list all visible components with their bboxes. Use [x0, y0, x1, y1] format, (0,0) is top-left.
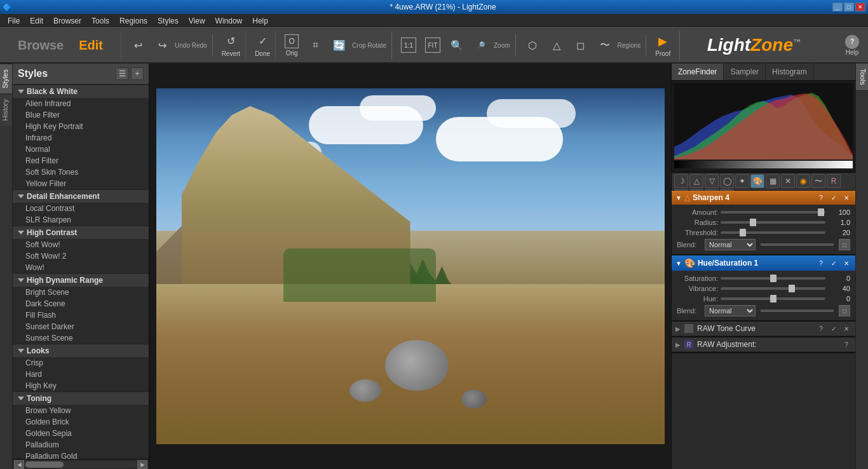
hue-sat-header[interactable]: ▼ 🎨 Hue/Saturation 1 ? ✓ ✕	[672, 255, 855, 271]
tool-curve[interactable]: 〜	[811, 174, 825, 188]
hue-thumb[interactable]	[770, 295, 776, 302]
raw-tone-curve-header[interactable]: ▶ RAW Tone Curve ? ✓ ✕	[672, 322, 855, 336]
scroll-right-button[interactable]: ▶	[137, 460, 147, 469]
sharpen-close-button[interactable]: ✕	[841, 193, 851, 202]
raw-tone-close-button[interactable]: ✕	[841, 324, 851, 333]
sidebar-tab-history[interactable]: History	[0, 93, 12, 126]
region-tool1[interactable]: ⬡	[521, 35, 544, 55]
region-tool3[interactable]: ◻	[569, 35, 592, 55]
category-detail-enhancement[interactable]: Detail Enhancement	[13, 189, 149, 203]
right-side-tab-tools[interactable]: Tools	[856, 64, 868, 91]
style-normal[interactable]: Normal	[13, 144, 149, 155]
sharpen-blend-track[interactable]	[761, 243, 834, 246]
style-high-key-portrait[interactable]: High Key Portrait	[13, 121, 149, 132]
tool-grid[interactable]: ▦	[766, 174, 780, 188]
close-button[interactable]: ✕	[855, 3, 865, 11]
tool-raw[interactable]: R	[827, 174, 841, 188]
hue-sat-blend-select[interactable]: Normal	[705, 305, 756, 316]
sharpen-help-button[interactable]: ?	[816, 193, 826, 202]
tool-star[interactable]: ✦	[735, 174, 749, 188]
style-hard[interactable]: Hard	[13, 369, 149, 380]
sharpen-threshold-slider[interactable]	[721, 231, 825, 234]
style-wow[interactable]: Wow!	[13, 262, 149, 273]
zoom-out-button[interactable]: 🔎	[470, 35, 492, 55]
maximize-button[interactable]: □	[844, 3, 854, 11]
menu-regions[interactable]: Regions	[114, 15, 153, 27]
tab-sampler[interactable]: Sampler	[724, 64, 766, 80]
category-high-contrast[interactable]: High Contrast	[13, 226, 149, 239]
styles-add-button[interactable]: +	[131, 67, 144, 80]
style-blue-filter[interactable]: Blue Filter	[13, 109, 149, 121]
tool-cross[interactable]: ✕	[781, 174, 795, 188]
vibrance-thumb[interactable]	[789, 285, 795, 292]
style-sunset-scene[interactable]: Sunset Scene	[13, 332, 149, 344]
scroll-thumb[interactable]	[25, 461, 64, 468]
orig-button[interactable]: O Orig	[281, 32, 302, 59]
style-crisp[interactable]: Crisp	[13, 357, 149, 369]
menu-edit[interactable]: Edit	[25, 15, 48, 27]
hue-sat-blend-track[interactable]	[761, 309, 834, 312]
raw-adjustment-header[interactable]: ▶ R RAW Adjustment: ?	[672, 337, 855, 352]
style-dark-scene[interactable]: Dark Scene	[13, 298, 149, 309]
tab-histogram[interactable]: Histogram	[766, 64, 814, 80]
menu-browser[interactable]: Browser	[48, 15, 86, 27]
tool-hue-sat[interactable]: 🎨	[750, 174, 764, 188]
minimize-button[interactable]: _	[832, 3, 843, 11]
zoom-1to1-button[interactable]: 1:1	[397, 35, 420, 55]
tool-circle[interactable]: ◯	[720, 174, 734, 188]
sharpen-amount-thumb[interactable]	[818, 208, 824, 216]
hue-sat-enable-button[interactable]: ✓	[829, 259, 839, 268]
sharpen-radius-slider[interactable]	[721, 221, 825, 224]
menu-tools[interactable]: Tools	[86, 15, 114, 27]
style-golden-sepia[interactable]: Golden Sepia	[13, 428, 149, 439]
style-slr-sharpen[interactable]: SLR Sharpen	[13, 214, 149, 226]
style-high-key[interactable]: High Key	[13, 380, 149, 391]
titlebar-controls[interactable]: _ □ ✕	[832, 3, 865, 11]
styles-horizontal-scrollbar[interactable]: ◀ ▶	[13, 459, 149, 469]
proof-button[interactable]: ▶ Proof	[651, 31, 674, 60]
region-tool2[interactable]: △	[545, 35, 568, 55]
raw-tone-enable-button[interactable]: ✓	[829, 324, 839, 333]
sharpen-amount-slider[interactable]	[721, 211, 825, 214]
style-palladium-gold[interactable]: Palladium Gold	[13, 451, 149, 459]
category-black-white[interactable]: Black & White	[13, 85, 149, 98]
redo-button[interactable]: ↪	[151, 35, 173, 55]
tool-triangle-down[interactable]: ▽	[705, 174, 719, 188]
style-sunset-darker[interactable]: Sunset Darker	[13, 321, 149, 332]
tool-triangle-up[interactable]: △	[689, 174, 703, 188]
category-looks[interactable]: Looks	[13, 344, 149, 357]
zoom-in-button[interactable]: 🔍	[445, 35, 468, 55]
menu-styles[interactable]: Styles	[153, 15, 184, 27]
style-yellow-filter[interactable]: Yellow Filter	[13, 178, 149, 189]
styles-list-view-button[interactable]: ☰	[116, 67, 128, 80]
done-button[interactable]: ✓ Done	[251, 31, 276, 60]
revert-button[interactable]: ↺ Revert	[218, 31, 246, 60]
undo-button[interactable]: ↩	[126, 35, 149, 55]
style-alien-infrared[interactable]: Alien Infrared	[13, 98, 149, 109]
edit-tab[interactable]: Edit	[71, 33, 111, 58]
style-brown-yellow[interactable]: Brown Yellow	[13, 405, 149, 416]
hue-slider[interactable]	[721, 297, 825, 300]
rotate-button[interactable]: 🔄	[328, 35, 351, 55]
raw-adj-help-button[interactable]: ?	[841, 340, 851, 349]
menu-view[interactable]: View	[184, 15, 210, 27]
sharpen-radius-thumb[interactable]	[750, 219, 756, 226]
sharpen-enable-button[interactable]: ✓	[829, 193, 839, 202]
sharpen-header[interactable]: ▼ △ Sharpen 4 ? ✓ ✕	[672, 191, 855, 205]
style-palladium[interactable]: Palladium	[13, 439, 149, 451]
region-tool4[interactable]: 〜	[593, 35, 616, 55]
scroll-left-button[interactable]: ◀	[14, 460, 24, 469]
style-soft-wow-2[interactable]: Soft Wow! 2	[13, 250, 149, 262]
style-infrared[interactable]: Infrared	[13, 132, 149, 144]
style-red-filter[interactable]: Red Filter	[13, 155, 149, 167]
saturation-thumb[interactable]	[770, 275, 776, 282]
tool-moon[interactable]: ☽	[674, 174, 688, 188]
category-toning[interactable]: Toning	[13, 391, 149, 405]
help-button[interactable]: ? Help	[841, 32, 863, 58]
browse-tab[interactable]: Browse	[10, 33, 71, 58]
menu-window[interactable]: Window	[210, 15, 248, 27]
category-hdr[interactable]: High Dynamic Range	[13, 273, 149, 287]
sharpen-threshold-thumb[interactable]	[740, 229, 746, 236]
hue-sat-help-button[interactable]: ?	[816, 259, 826, 268]
sidebar-tab-styles[interactable]: Styles	[0, 64, 12, 93]
